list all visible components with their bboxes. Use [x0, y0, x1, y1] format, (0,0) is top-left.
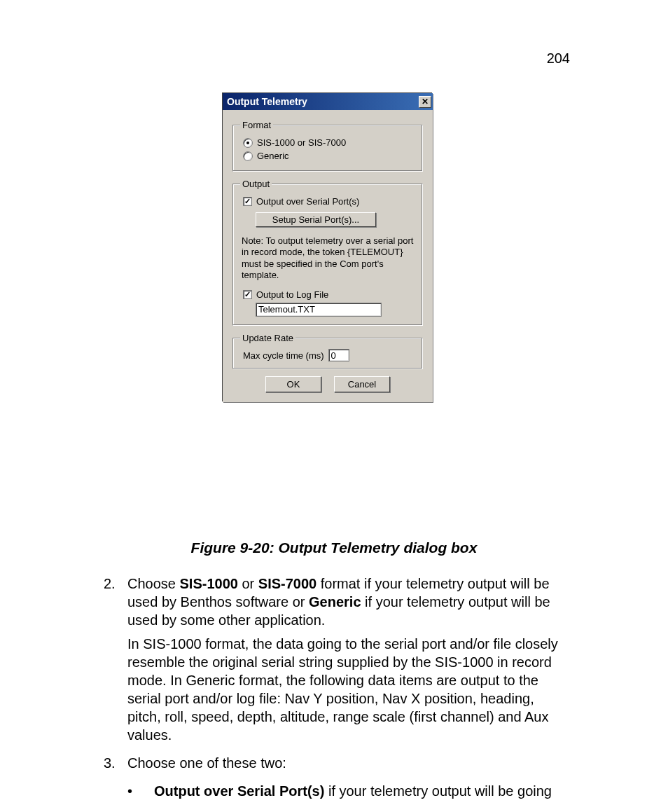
bullet-content: Output over Serial Port(s) if your telem…: [154, 782, 552, 800]
item3-para1: Choose one of these two:: [127, 754, 570, 772]
cycle-time-label: Max cycle time (ms): [243, 350, 324, 361]
radio-generic-row[interactable]: Generic: [243, 151, 415, 161]
dialog-titlebar[interactable]: Output Telemetry ✕: [223, 93, 433, 110]
dialog-button-row: OK Cancel: [232, 376, 423, 392]
dialog-body: Format SIS-1000 or SIS-7000 Generic Outp…: [223, 110, 433, 402]
list-item-2: 2. Choose SIS-1000 or SIS-7000 format if…: [104, 574, 570, 750]
radio-sis[interactable]: [243, 138, 253, 148]
radio-sis-label: SIS-1000 or SIS-7000: [257, 137, 346, 148]
checkbox-logfile[interactable]: [243, 290, 252, 299]
update-rate-group: Update Rate Max cycle time (ms) 0: [232, 333, 423, 369]
page-number: 204: [547, 50, 570, 67]
logfile-input[interactable]: Telemout.TXT: [256, 303, 382, 317]
text-bold-generic: Generic: [309, 594, 361, 610]
checkbox-serial[interactable]: [243, 197, 252, 206]
text-run: Choose: [127, 576, 180, 591]
setup-serial-button[interactable]: Setup Serial Port(s)...: [256, 212, 376, 227]
serial-note: Note: To output telemetry over a serial …: [242, 235, 414, 281]
cycle-time-input[interactable]: 0: [328, 349, 349, 362]
radio-sis-row[interactable]: SIS-1000 or SIS-7000: [243, 137, 415, 148]
checkbox-serial-label: Output over Serial Port(s): [256, 196, 359, 207]
close-icon[interactable]: ✕: [419, 96, 431, 108]
update-rate-legend: Update Rate: [240, 333, 295, 343]
text-run: or: [238, 576, 258, 591]
list-number-3: 3.: [104, 754, 127, 778]
ok-button[interactable]: OK: [265, 376, 321, 392]
item2-para1: Choose SIS-1000 or SIS-7000 format if yo…: [127, 574, 570, 629]
output-telemetry-dialog: Output Telemetry ✕ Format SIS-1000 or SI…: [223, 93, 433, 402]
format-group: Format SIS-1000 or SIS-7000 Generic: [232, 120, 423, 172]
text-run: if your telemetry output will be going: [324, 783, 552, 799]
radio-generic[interactable]: [243, 151, 253, 161]
text-bold-output-serial: Output over Serial Port(s): [154, 783, 324, 799]
format-legend: Format: [240, 120, 273, 130]
list-item-3: 3. Choose one of these two:: [104, 754, 570, 778]
sub-bullet: • Output over Serial Port(s) if your tel…: [127, 782, 570, 800]
bullet-icon: •: [127, 782, 154, 800]
cancel-button[interactable]: Cancel: [334, 376, 390, 392]
text-bold-sis1000: SIS-1000: [180, 576, 238, 591]
output-group: Output Output over Serial Port(s) Setup …: [232, 179, 423, 326]
text-bold-sis7000: SIS-7000: [258, 576, 316, 591]
figure-caption: Figure 9-20: Output Telemetry dialog box: [0, 539, 668, 556]
list-number-2: 2.: [104, 574, 127, 750]
radio-generic-label: Generic: [257, 151, 289, 161]
check-logfile-row[interactable]: Output to Log File: [243, 289, 415, 300]
document-body-text: 2. Choose SIS-1000 or SIS-7000 format if…: [104, 574, 570, 800]
checkbox-logfile-label: Output to Log File: [256, 289, 328, 300]
dialog-title: Output Telemetry: [227, 96, 307, 107]
check-serial-row[interactable]: Output over Serial Port(s): [243, 196, 415, 207]
item2-para2: In SIS-1000 format, the data going to th…: [127, 635, 570, 744]
output-legend: Output: [240, 179, 272, 189]
